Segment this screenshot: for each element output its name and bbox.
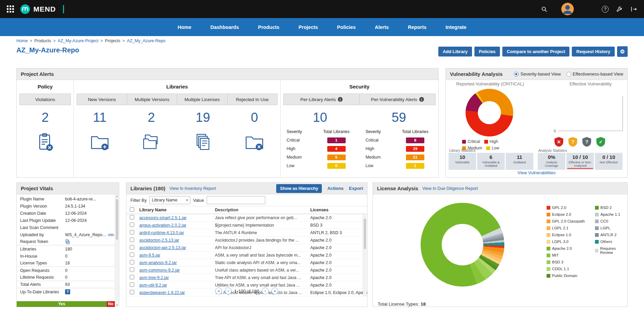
row-checkbox[interactable] — [130, 275, 134, 279]
due-diligence-report-link[interactable]: View In Due Diligence Report — [422, 186, 478, 191]
library-name-link[interactable]: asm-commons-9.2.jar — [139, 268, 180, 273]
library-name-link[interactable]: asm-util-9.2.jar — [139, 283, 167, 288]
export-link[interactable]: Export — [349, 186, 363, 191]
show-as-hierarchy-button[interactable]: Show as Hierarchy — [276, 184, 322, 193]
vitals-scrollbar[interactable]: ▲ ▼ — [115, 194, 119, 307]
row-checkbox[interactable] — [130, 267, 134, 272]
legend-label: High — [490, 139, 498, 144]
library-name-link[interactable]: asm-9.5.jar — [139, 253, 160, 258]
vital-value-text: WS_4_Azure_Repo... — [65, 232, 106, 237]
row-checkbox[interactable] — [130, 253, 134, 257]
library-licenses: Apache 2.0 — [310, 215, 367, 220]
severity-count-badge: 21 — [406, 154, 424, 160]
prev-page-button[interactable]: ‹ — [225, 288, 232, 294]
mend-logo[interactable]: MEND — [20, 4, 64, 14]
logout-icon[interactable] — [630, 6, 637, 13]
statistics-row: 10Vulnerable6Vulnerable & Outdated11Outd… — [449, 153, 624, 170]
library-name-link[interactable]: asm-tree-9.2.jar — [139, 275, 169, 280]
scroll-down-icon[interactable]: ▼ — [115, 304, 119, 306]
policies-button[interactable]: Policies — [474, 47, 500, 56]
svg-text:?: ? — [585, 139, 588, 145]
breadcrumb-item-az-my-azure-project[interactable]: AZ_My-Azure-Project — [58, 38, 98, 43]
table-scrollbar-thumb[interactable] — [364, 218, 366, 249]
alert-tab-multiple-versions[interactable]: Multiple Versions — [127, 94, 177, 105]
vital-value: 0 — [65, 275, 114, 280]
row-checkbox[interactable] — [130, 260, 134, 264]
first-page-button[interactable]: « — [215, 288, 222, 294]
last-page-button[interactable]: » — [271, 288, 278, 294]
legend-label: Eclipse 2.0 — [552, 212, 571, 216]
table-scrollbar[interactable] — [363, 214, 367, 296]
nav-item-products[interactable]: Products — [258, 25, 280, 30]
stat-outdated: 11Outdated — [506, 153, 533, 170]
search-icon[interactable] — [541, 6, 548, 13]
legend-swatch — [486, 146, 490, 150]
copy-icon[interactable] — [65, 239, 70, 244]
nav-item-alerts[interactable]: Alerts — [375, 25, 389, 30]
nav-item-integrate[interactable]: Integrate — [445, 25, 466, 30]
view-vulnerabilities-link[interactable]: View Vulnerabilities — [446, 170, 627, 175]
nav-item-dashboards[interactable]: Dashboards — [210, 25, 239, 30]
request-history-button[interactable]: Request History — [572, 47, 615, 56]
nav-item-projects[interactable]: Projects — [298, 25, 318, 30]
library-name-link[interactable]: asciidoctorj-api-2.5.13.jar — [139, 245, 186, 250]
row-checkbox[interactable] — [130, 230, 134, 234]
view-link[interactable]: view — [108, 232, 114, 237]
view-radio-severity-based-view[interactable]: Severity-based View — [514, 71, 561, 77]
legend-label: LGPL — [600, 226, 610, 230]
library-name-link[interactable]: asciidoctorj-2.5.13.jar — [139, 238, 179, 243]
inventory-report-link[interactable]: View In Inventory Report — [170, 186, 216, 191]
select-all-checkbox[interactable] — [130, 207, 134, 212]
vital-row-libraries: Libraries180 — [17, 245, 119, 253]
alert-tab-new-versions[interactable]: New Versions — [77, 94, 127, 105]
apps-grid-icon[interactable] — [7, 5, 14, 13]
legend-label: CDDL 1.1 — [552, 267, 569, 271]
library-name-link[interactable]: antlr4-runtime-4.13.0.jar — [139, 230, 184, 235]
filter-value-input[interactable] — [207, 196, 265, 204]
severity-table-header: SeverityTotal Libraries — [363, 128, 434, 136]
nav-item-home[interactable]: Home — [177, 25, 191, 30]
row-checkbox[interactable] — [130, 215, 134, 219]
row-checkbox[interactable] — [130, 282, 134, 287]
view-radio-effectiveness-based-view[interactable]: Effectiveness-based View — [566, 71, 623, 77]
row-checkbox[interactable] — [130, 238, 134, 242]
alert-tab-multiple-licenses[interactable]: Multiple Licenses — [177, 94, 227, 105]
alert-tab-per-library-alerts[interactable]: Per-Library Alertsi — [283, 94, 360, 105]
nav-item-policies[interactable]: Policies — [337, 25, 356, 30]
alert-tab-violations[interactable]: Violations — [19, 94, 71, 105]
settings-button[interactable]: ⚙ — [617, 46, 628, 57]
legend-item-lgpl: LGPL — [595, 226, 627, 230]
actions-link[interactable]: Actions — [327, 186, 344, 191]
license-analysis-header: License Analysis View In Due Diligence R… — [373, 183, 627, 194]
help-icon[interactable]: ? — [602, 6, 609, 13]
alert-count-per-library-alerts: 10 — [281, 111, 360, 125]
library-name-link[interactable]: angus-activation-2.0.2.jar — [139, 223, 186, 228]
wrench-icon[interactable] — [616, 6, 623, 13]
nav-item-reports[interactable]: Reports — [408, 25, 427, 30]
alert-cell-new-versions: 11 — [74, 105, 125, 178]
filter-field-select[interactable]: Library Name ▾ — [150, 196, 190, 204]
library-name-link[interactable]: accessors-smart-2.5.1.jar — [139, 215, 187, 220]
vital-label: Plugin Name — [20, 197, 65, 201]
next-page-button[interactable]: › — [262, 288, 269, 294]
scroll-up-icon[interactable]: ▲ — [115, 195, 119, 197]
vitals-scrollbar-thumb[interactable] — [116, 199, 118, 240]
add-library-button[interactable]: Add Library — [438, 47, 472, 56]
project-alerts-title: Project Alerts — [21, 71, 54, 77]
avatar[interactable] — [561, 3, 574, 15]
vital-row-last-scan-comment: Last Scan Comment — [17, 224, 119, 231]
legend-item-apache-1-1: Apache 1.1 — [595, 212, 627, 216]
row-checkbox[interactable] — [130, 223, 134, 227]
stat-value: 6 — [478, 154, 504, 160]
value-label: Value — [193, 198, 204, 203]
legend-label: Requires Review — [600, 246, 627, 255]
row-checkbox[interactable] — [130, 245, 134, 249]
alert-group-libraries: LibrariesNew VersionsMultiple VersionsMu… — [74, 80, 280, 178]
library-name-link[interactable]: asm-analysis-9.2.jar — [139, 260, 177, 265]
alert-tab-per-vulnerability-alerts[interactable]: Per-Vulnerability Alertsi — [359, 94, 436, 105]
alert-tab-rejected-in-use[interactable]: Rejected In Use — [227, 94, 278, 105]
compare-to-another-project-button[interactable]: Compare to another Project — [502, 47, 569, 56]
help-badge[interactable]: ? — [65, 289, 70, 294]
breadcrumb-item-home[interactable]: Home — [16, 38, 28, 43]
breadcrumb-item-az-my-azure-repo[interactable]: AZ_My_Azure-Repo — [127, 38, 166, 43]
